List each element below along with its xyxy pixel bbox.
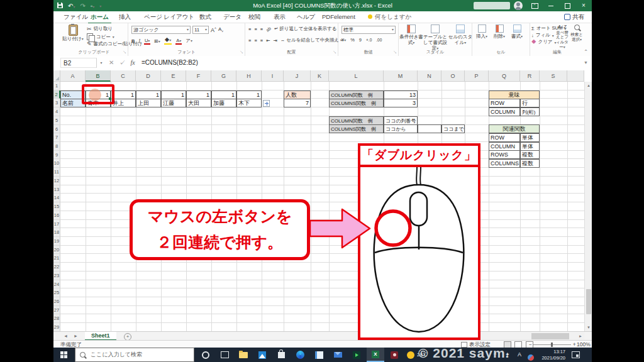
tell-me-box[interactable]: 何をしますか: [368, 11, 411, 23]
number-dialog-launcher-icon[interactable]: ↘: [393, 50, 397, 55]
column-header-A[interactable]: A: [60, 70, 86, 82]
row-header-8[interactable]: 8: [53, 142, 60, 151]
phonetic-guide-icon[interactable]: ア▾: [186, 38, 192, 44]
expand-formula-bar-icon[interactable]: ▼: [584, 58, 588, 68]
mail-icon[interactable]: [329, 348, 347, 362]
tab-view[interactable]: 表示: [271, 11, 288, 23]
cell-N6-empty[interactable]: [418, 124, 441, 133]
row-header-22[interactable]: 22: [53, 263, 60, 272]
align-middle-icon[interactable]: ≡: [254, 26, 257, 32]
cut-button[interactable]: ✂切り取り: [87, 26, 113, 32]
column-header-L[interactable]: L: [329, 70, 384, 82]
tab-data[interactable]: データ: [221, 11, 244, 23]
tab-insert[interactable]: 挿入: [116, 11, 133, 23]
fill-color-icon[interactable]: ◆▾: [164, 37, 172, 45]
weather-sun-icon[interactable]: [406, 348, 416, 362]
cell-J2-ninzu[interactable]: 人数: [284, 90, 311, 99]
italic-button[interactable]: I: [138, 38, 140, 44]
cell-E2[interactable]: 1: [161, 90, 186, 99]
font-color-icon[interactable]: A▾: [175, 38, 182, 45]
row-header-21[interactable]: 21: [53, 254, 60, 263]
sheet-tab-sheet1[interactable]: Sheet1: [85, 332, 116, 341]
row-header-28[interactable]: 28: [53, 314, 60, 323]
document-app-icon[interactable]: [310, 348, 328, 362]
align-left-icon[interactable]: ≡: [248, 38, 251, 43]
column-header-C[interactable]: C: [111, 70, 136, 82]
cell-E3[interactable]: 江藤: [161, 99, 186, 107]
row-header-25[interactable]: 25: [53, 288, 60, 297]
fill-button[interactable]: ↓フィル▾: [531, 32, 554, 38]
column-header-Q[interactable]: Q: [489, 70, 520, 82]
column-header-N[interactable]: N: [418, 70, 441, 82]
column-header-K[interactable]: K: [311, 70, 329, 82]
horizontal-scroll-thumb[interactable]: [531, 333, 569, 339]
cell-M6[interactable]: ココから: [384, 124, 418, 133]
zoom-level[interactable]: 100%: [577, 341, 591, 348]
row-header-2[interactable]: 2: [53, 90, 60, 99]
row-header-12[interactable]: 12: [53, 177, 60, 185]
ime-mode-indicator[interactable]: A: [518, 351, 521, 358]
cell-H2[interactable]: 1: [236, 90, 262, 99]
file-explorer-icon[interactable]: [235, 348, 252, 362]
font-size-combo[interactable]: 11▾: [192, 26, 209, 34]
zoom-slider[interactable]: [533, 344, 571, 345]
cell-kanren-row0-val[interactable]: 単体: [520, 133, 540, 142]
conditional-formatting-button[interactable]: 条件付き書式▾: [399, 25, 424, 45]
cell-M3[interactable]: 3: [384, 99, 418, 107]
shrink-font-icon[interactable]: A˅: [218, 26, 223, 33]
cell-L2[interactable]: COLUMN関数 例: [329, 90, 384, 99]
column-header-R[interactable]: R: [520, 70, 540, 82]
formula-text[interactable]: =COLUMNS(B2:B2): [142, 58, 198, 68]
action-center-icon[interactable]: [572, 351, 580, 358]
cortana-icon[interactable]: [197, 348, 214, 362]
column-header-H[interactable]: H: [236, 70, 262, 82]
row-header-19[interactable]: 19: [53, 237, 60, 246]
column-header-I[interactable]: I: [262, 70, 284, 82]
clipboard-dialog-launcher-icon[interactable]: ↘: [123, 50, 126, 55]
row-header-13[interactable]: 13: [53, 185, 60, 194]
cell-F3[interactable]: 大田: [186, 99, 211, 107]
excel-taskbar-icon[interactable]: X: [367, 348, 384, 362]
merge-center-button[interactable]: ↔ セルを結合して中央揃え ▾: [280, 37, 342, 43]
column-header-G[interactable]: G: [211, 70, 236, 82]
column-header-D[interactable]: D: [136, 70, 161, 82]
cell-styles-button[interactable]: セルのスタイル▾: [448, 25, 473, 45]
column-header-S[interactable]: S: [540, 70, 567, 82]
clear-button[interactable]: ◆クリア▾: [531, 39, 557, 45]
align-bottom-icon[interactable]: ≡: [260, 26, 263, 32]
grow-font-icon[interactable]: A˄: [211, 26, 216, 33]
row-header-1[interactable]: 1: [53, 82, 60, 90]
delete-cells-button[interactable]: 削除▾: [491, 25, 508, 39]
sheet-nav-left-icon[interactable]: ◄: [64, 332, 68, 341]
sort-filter-button[interactable]: A↓Z並べ替えとフィルター▾: [555, 24, 569, 50]
cell-L3[interactable]: COLUMNS関数 例: [329, 99, 384, 107]
cell-imi-row0-val[interactable]: 行: [520, 99, 540, 107]
insert-cells-button[interactable]: 挿入▾: [474, 25, 490, 39]
name-box-dropdown-icon[interactable]: ▾: [97, 58, 105, 68]
cell-M5[interactable]: ココの列番号: [384, 116, 418, 125]
start-button[interactable]: [53, 348, 75, 362]
cell-J3[interactable]: 7: [284, 99, 311, 107]
minimize-button[interactable]: [543, 0, 559, 11]
percent-icon[interactable]: %: [350, 37, 355, 43]
increase-indent-icon[interactable]: ⇥: [273, 38, 277, 43]
align-center-icon[interactable]: ≡: [254, 38, 257, 43]
currency-icon[interactable]: ¥▾: [341, 37, 346, 43]
row-header-20[interactable]: 20: [53, 246, 60, 255]
tab-file[interactable]: ファイル: [61, 11, 91, 23]
copy-button[interactable]: コピー▾: [87, 33, 114, 40]
collapse-ribbon-icon[interactable]: ⌃: [584, 49, 588, 55]
camera-app-icon[interactable]: [386, 348, 403, 362]
vertical-scroll-thumb[interactable]: [586, 289, 591, 314]
row-header-24[interactable]: 24: [53, 280, 60, 289]
tab-review[interactable]: 校閲: [246, 11, 263, 23]
borders-icon[interactable]: ⊞▾: [154, 38, 160, 44]
row-header-5[interactable]: 5: [53, 116, 60, 125]
row-header-14[interactable]: 14: [53, 194, 60, 202]
row-header-16[interactable]: 16: [53, 211, 60, 220]
tab-home[interactable]: ホーム: [88, 11, 111, 24]
bold-button[interactable]: B: [131, 38, 135, 44]
column-header-E[interactable]: E: [161, 70, 186, 82]
sheet-nav-right-icon[interactable]: ►: [74, 332, 78, 341]
cell-imi-row1-key[interactable]: COLUMN: [489, 107, 520, 116]
